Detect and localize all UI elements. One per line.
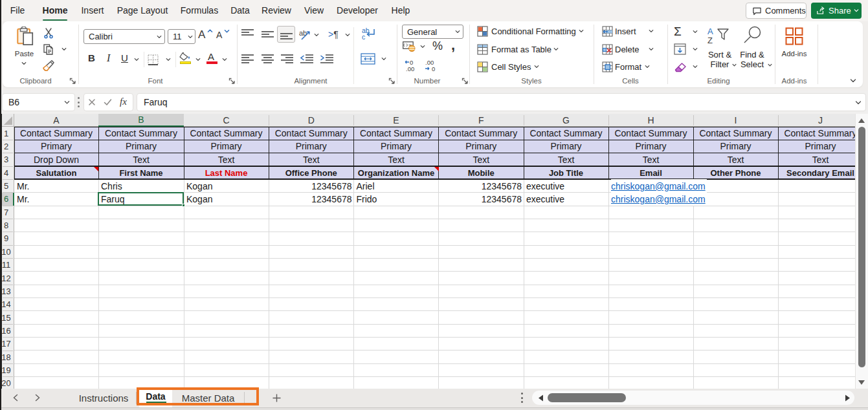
svg-text:c: c (362, 33, 365, 41)
svg-text:.00: .00 (406, 65, 414, 72)
svg-text:Z: Z (707, 36, 713, 45)
svg-text:0: 0 (432, 65, 435, 72)
svg-text:A: A (707, 27, 713, 36)
